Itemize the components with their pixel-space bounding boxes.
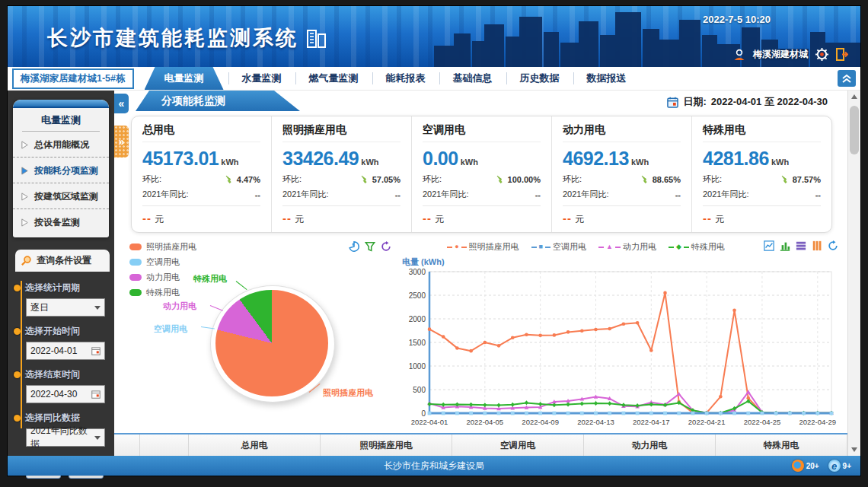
tab-0[interactable]: 电量监测: [145, 67, 224, 90]
mom-value: 87.57%: [793, 175, 821, 184]
pie-legend: 照明插座用电空调用电动力用电特殊用电: [129, 241, 196, 298]
sidebar-menu-card: 电量监测 总体用能概况按能耗分项监测按建筑区域监测按设备监测: [13, 100, 109, 237]
cost-value: --: [423, 212, 432, 224]
date-field-1[interactable]: 2022-04-01: [26, 342, 105, 360]
line-chart-svg[interactable]: 0500100015002000250030002022-04-012022-0…: [397, 267, 842, 428]
card-title: 特殊用电: [703, 123, 821, 142]
card-title: 照明插座用电: [282, 123, 400, 142]
line-legend: ●照明插座用电■空调用电▲动力用电◆特殊用电: [396, 241, 776, 253]
table-column-header-5: 动力用电: [584, 434, 716, 456]
pie-legend-item-3[interactable]: 特殊用电: [129, 287, 196, 298]
panel-title: 分项能耗监测: [161, 94, 225, 108]
buildings-logo-icon: [306, 27, 327, 49]
form-rail: [21, 281, 22, 428]
yoy-label: 2021年同比:: [703, 189, 749, 200]
line-legend-item-3[interactable]: ◆特殊用电: [669, 241, 725, 253]
ie-badge: 9+: [843, 462, 851, 470]
mom-label: 环比:: [282, 173, 302, 185]
select-field-0[interactable]: 逐日: [26, 298, 105, 317]
svg-text:2000: 2000: [409, 315, 426, 323]
pie-legend-item-0[interactable]: 照明插座用电: [129, 241, 196, 253]
card-title: 动力用电: [563, 123, 681, 142]
tab-4[interactable]: 基础信息: [439, 67, 506, 90]
scrollbar-thumb[interactable]: [850, 106, 859, 154]
svg-text:1000: 1000: [409, 362, 426, 371]
scroll-down-arrow[interactable]: [848, 444, 860, 456]
sidebar-expand-button[interactable]: »: [114, 126, 129, 158]
energy-card-3: 动力用电4692.13kWh环比:88.65%2021年同比:----元: [551, 116, 691, 232]
card-unit: kWh: [771, 158, 789, 167]
yoy-label: 2021年同比:: [142, 189, 189, 200]
pie-legend-item-2[interactable]: 动力用电: [129, 272, 196, 283]
card-value: 45173.01: [142, 148, 219, 169]
pie-slice-label-3: 特殊用电: [193, 273, 227, 285]
tab-3[interactable]: 能耗报表: [372, 67, 439, 90]
svg-text:0: 0: [421, 409, 426, 418]
svg-text:500: 500: [413, 386, 426, 394]
line-legend-item-0[interactable]: ●照明插座用电: [447, 241, 519, 253]
card-unit: kWh: [221, 158, 238, 167]
svg-text:2022-04-25: 2022-04-25: [744, 418, 781, 426]
calendar-picker-icon[interactable]: [91, 346, 101, 355]
funnel-icon[interactable]: [365, 241, 375, 252]
browser-badges: 20+ e 9+: [792, 456, 851, 476]
energy-card-4: 特殊用电4281.86kWh环比:87.57%2021年同比:----元: [691, 116, 831, 232]
building-name-box[interactable]: 梅溪湖家居建材城1-5#栋: [12, 68, 134, 89]
line-chart-section: ●照明插座用电■空调用电▲动力用电◆特殊用电: [396, 238, 844, 431]
refresh-chart-icon[interactable]: [828, 240, 838, 251]
line-chart-icon[interactable]: [764, 240, 774, 251]
query-settings-tab[interactable]: 查询条件设置: [15, 250, 110, 272]
tab-2[interactable]: 燃气量监测: [295, 67, 372, 90]
sidebar-menu-item-3[interactable]: 按设备监测: [13, 209, 109, 237]
card-value: 4692.13: [563, 148, 629, 169]
app-window: 长沙市建筑能耗监测系统 2022-7-5 10:20 梅溪湖建材城: [8, 6, 860, 476]
sidebar-menu-item-2[interactable]: 按建筑区域监测: [13, 183, 109, 209]
query-form: 选择统计周期逐日选择开始时间2022-04-01选择结束时间2022-04-30…: [8, 272, 114, 479]
vertical-scrollbar[interactable]: [847, 91, 860, 456]
sidebar-menu-item-0[interactable]: 总体用能概况: [13, 132, 109, 158]
table-column-header-0: [114, 434, 140, 456]
field-label-3: 选择同比数据: [26, 412, 105, 425]
collapse-header-button[interactable]: [838, 70, 856, 87]
firefox-icon: [792, 460, 804, 472]
svg-text:2022-04-21: 2022-04-21: [688, 418, 726, 426]
line-legend-item-1[interactable]: ■空调用电: [531, 241, 586, 253]
pie-chart-icon[interactable]: [349, 241, 359, 252]
scroll-up-arrow[interactable]: [848, 91, 860, 103]
gear-icon[interactable]: [815, 48, 828, 61]
data-list-icon[interactable]: [796, 240, 806, 251]
sidebar-collapse-button[interactable]: «: [114, 94, 129, 113]
search-icon: [21, 255, 32, 266]
refresh-icon[interactable]: [381, 241, 391, 252]
calendar-picker-icon[interactable]: [91, 390, 101, 399]
svg-text:2500: 2500: [409, 291, 426, 300]
pie-chart[interactable]: [215, 290, 328, 396]
tab-1[interactable]: 水量监测: [228, 67, 295, 90]
select-field-3[interactable]: 2021年同比数据: [26, 428, 105, 447]
mom-value: 88.65%: [653, 175, 681, 184]
bar-chart-icon[interactable]: [780, 240, 790, 251]
tab-5[interactable]: 历史数据: [506, 67, 573, 90]
cost-value: --: [282, 212, 292, 224]
logout-icon[interactable]: [836, 48, 848, 61]
sidebar-menu-item-1[interactable]: 按能耗分项监测: [13, 158, 109, 183]
menu-title: 电量监测: [22, 108, 100, 132]
header-banner: 长沙市建筑能耗监测系统 2022-7-5 10:20 梅溪湖建材城: [8, 6, 860, 67]
line-legend-item-2[interactable]: ▲动力用电: [598, 241, 656, 253]
calendar-icon[interactable]: [667, 97, 678, 108]
column-view-icon[interactable]: [812, 240, 822, 251]
decrease-arrow-icon: [225, 175, 234, 183]
tab-list: 电量监测水量监测燃气量监测能耗报表基础信息历史数据数据报送: [145, 67, 640, 90]
yoy-label: 2021年同比:: [423, 189, 469, 200]
mom-value: 57.05%: [372, 175, 400, 184]
data-table-header: 总用电照明插座用电空调用电动力用电特殊用电: [114, 433, 847, 456]
legend-marker: ▲: [606, 244, 613, 250]
y-axis-label: 电量 (kWh): [402, 256, 445, 268]
pie-legend-item-1[interactable]: 空调用电: [129, 256, 196, 268]
page-title: 长沙市建筑能耗监测系统: [47, 24, 327, 52]
card-unit: kWh: [461, 158, 478, 167]
cost-unit: 元: [295, 214, 304, 224]
energy-card-0: 总用电45173.01kWh环比:4.47%2021年同比:----元: [132, 116, 271, 232]
tab-6[interactable]: 数据报送: [573, 67, 640, 90]
date-field-2[interactable]: 2022-04-30: [26, 385, 105, 403]
